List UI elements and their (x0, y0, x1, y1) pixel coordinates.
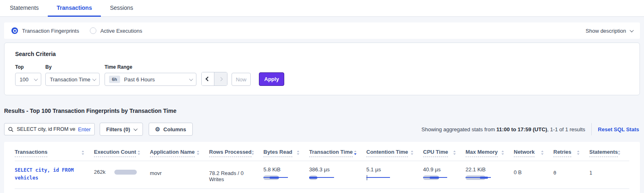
contention-time-bar (366, 175, 418, 180)
bytes-read-bar (263, 175, 304, 180)
results-toolbar: SELECT city, id FROM vehicles W Enter Fi… (4, 123, 640, 136)
search-icon (8, 127, 13, 132)
tab-statements[interactable]: Statements (1, 0, 48, 17)
view-toggle-panel: Transaction Fingerprints Active Executio… (4, 22, 640, 39)
column-header-max-memory[interactable]: Max Memory (466, 149, 514, 157)
gear-icon: ⚙ (155, 126, 160, 132)
cell-max-memory: 22.1 KiB (466, 166, 514, 182)
chevron-right-icon (219, 77, 223, 81)
column-header-application-name[interactable]: Application Name (150, 149, 209, 157)
filters-button[interactable]: Filters (0) (100, 123, 143, 136)
results-table-card: Transactions Execution Count Application… (4, 142, 640, 193)
now-button-label: Now (236, 76, 246, 83)
table-row: SELECT city, id FROMvehicles 262k movr 7… (15, 161, 629, 189)
sort-icon-active-desc (354, 150, 357, 155)
transaction-time-bar (309, 175, 361, 180)
top-label: Top (15, 64, 45, 70)
radio-active-executions[interactable]: Active Executions (90, 27, 143, 34)
column-header-retries[interactable]: Retries (553, 149, 589, 157)
columns-button-label: Columns (163, 126, 186, 132)
sort-icon (501, 150, 504, 155)
radio-unselected-icon (90, 27, 96, 34)
sort-icon (197, 150, 199, 155)
by-select[interactable]: Transaction Time (45, 73, 100, 86)
show-description-toggle[interactable]: Show description (586, 28, 633, 34)
cell-cpu-time: 40.9 µs (423, 166, 466, 182)
cell-bytes-read: 5.8 KiB (263, 166, 309, 182)
cell-execution-count: 262k (94, 166, 150, 182)
tab-sessions[interactable]: Sessions (101, 0, 142, 17)
time-range-select[interactable]: 6h Past 6 Hours (105, 73, 196, 86)
sort-icon (453, 150, 456, 155)
radio-transaction-fingerprints[interactable]: Transaction Fingerprints (11, 27, 79, 34)
tab-transactions[interactable]: Transactions (48, 0, 101, 17)
cell-application-name: movr (150, 170, 209, 182)
column-header-execution-count[interactable]: Execution Count (94, 149, 150, 157)
execution-count-value: 262k (94, 169, 105, 175)
cell-transaction-fingerprint[interactable]: SELECT city, id FROMvehicles (15, 166, 94, 182)
chevron-left-icon (205, 76, 210, 81)
bytes-read-value: 5.8 KiB (263, 166, 281, 173)
time-range-label: Time Range (105, 64, 196, 70)
column-header-bytes-read[interactable]: Bytes Read (263, 149, 309, 157)
now-button[interactable]: Now (232, 73, 251, 86)
top-select[interactable]: 100 (15, 73, 41, 86)
apply-button-label: Apply (264, 76, 279, 82)
search-input-value: SELECT city, id FROM vehicles W (17, 126, 76, 132)
chevron-down-icon (630, 28, 634, 32)
results-heading: Results - Top 100 Transaction Fingerprin… (4, 108, 644, 114)
column-header-statements[interactable]: Statements (589, 149, 630, 157)
sort-icon (138, 150, 140, 155)
cpu-time-value: 40.9 µs (423, 166, 441, 173)
show-description-label: Show description (586, 28, 626, 34)
apply-button[interactable]: Apply (259, 72, 284, 86)
transaction-time-value: 386.3 µs (309, 166, 330, 173)
column-header-network[interactable]: Network (514, 149, 553, 157)
contention-time-value: 5.1 µs (366, 166, 381, 173)
sort-icon (297, 150, 299, 155)
chevron-down-icon (133, 127, 137, 131)
radio-label: Active Executions (100, 28, 143, 34)
search-criteria-card: Search Criteria Top 100 By Transaction T… (4, 43, 640, 95)
column-header-transactions[interactable]: Transactions (15, 149, 94, 157)
table-header-row: Transactions Execution Count Application… (15, 147, 629, 161)
max-memory-bar (466, 175, 509, 180)
reset-sql-stats-link[interactable]: Reset SQL Stats (598, 126, 640, 132)
time-next-button-disabled[interactable] (214, 72, 227, 85)
cell-transaction-time: 386.3 µs (309, 166, 366, 182)
cell-rows-processed: 78.2 Reads / 0 Writes (209, 170, 263, 182)
execution-count-bar (114, 170, 137, 175)
column-header-contention-time[interactable]: Contention Time (366, 149, 423, 157)
cell-statements: 1 (589, 170, 629, 182)
column-header-rows-processed[interactable]: Rows Processed (209, 149, 263, 157)
cell-contention-time: 5.1 µs (366, 166, 423, 182)
radio-selected-icon (11, 27, 18, 34)
cpu-time-bar (423, 175, 461, 180)
chevron-down-icon (92, 77, 96, 81)
max-memory-value: 22.1 KiB (466, 166, 486, 173)
sort-icon (618, 150, 620, 155)
stats-area: Showing aggregated stats from 11:00 to 1… (421, 123, 640, 135)
aggregated-stats-text: Showing aggregated stats from 11:00 to 1… (421, 126, 585, 132)
chevron-down-icon (189, 77, 193, 81)
tab-bar: Statements Transactions Sessions (0, 0, 644, 17)
time-prev-button[interactable] (202, 72, 214, 85)
cell-network: 0 B (514, 169, 553, 182)
column-header-cpu-time[interactable]: CPU Time (423, 149, 466, 157)
vertical-divider (591, 123, 592, 135)
cell-retries: 0 (553, 170, 589, 182)
column-header-transaction-time[interactable]: Transaction Time (309, 149, 366, 157)
time-nav-group (201, 72, 227, 86)
by-label: By (45, 64, 105, 70)
columns-button[interactable]: ⚙ Columns (149, 123, 193, 136)
top-select-value: 100 (20, 76, 29, 83)
search-input[interactable]: SELECT city, id FROM vehicles W Enter (4, 123, 95, 135)
sort-icon (541, 150, 544, 155)
time-range-badge: 6h (109, 76, 120, 83)
search-enter-button[interactable]: Enter (78, 126, 91, 132)
sort-icon (82, 150, 84, 155)
sort-icon (577, 150, 579, 155)
time-range-value: Past 6 Hours (124, 76, 155, 83)
radio-label: Transaction Fingerprints (22, 28, 79, 34)
sort-icon (252, 150, 254, 155)
